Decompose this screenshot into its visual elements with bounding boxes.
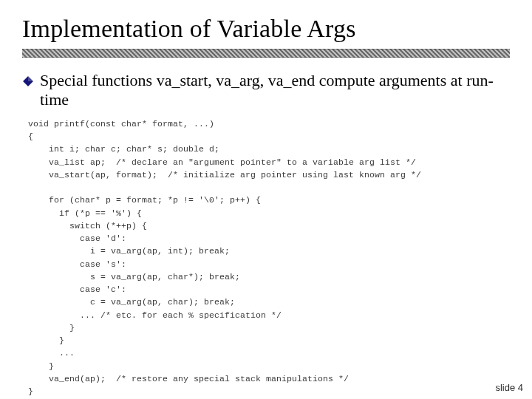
slide: Implementation of Variable Args Special …: [0, 0, 532, 399]
slide-number: slide 4: [495, 382, 523, 393]
diamond-bullet-icon: [22, 75, 34, 90]
title-divider: [22, 49, 510, 58]
code-block: void printf(const char* format, ...) { i…: [28, 117, 510, 398]
bullet-text: Special functions va_start, va_arg, va_e…: [40, 71, 510, 110]
slide-title: Implementation of Variable Args: [22, 15, 510, 43]
bullet-item: Special functions va_start, va_arg, va_e…: [22, 71, 510, 110]
